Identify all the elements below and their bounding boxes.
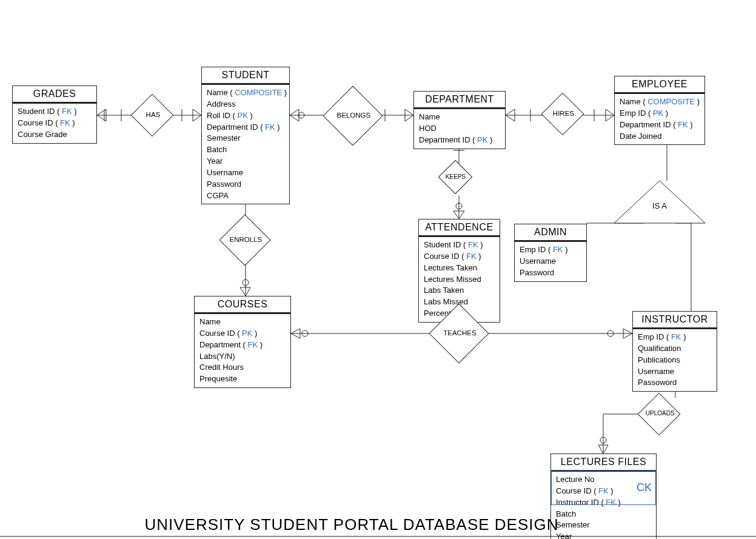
entity-employee: EMPLOYEE Name ( COMPOSITE )Emp ID ( PK )… (614, 76, 705, 145)
attribute-row: Username (520, 256, 581, 267)
attribute-row: Labs(Y/N) (199, 351, 286, 363)
relationship-hires: HIRES (541, 93, 584, 136)
entity-department-body: NameHODDepartment ID ( PK ) (414, 109, 505, 149)
entity-admin-header: ADMIN (515, 224, 586, 242)
attribute-row: Department ID ( FK ) (207, 122, 284, 133)
page-title: UNIVERSITY STUDENT PORTAL DATABASE DESIG… (139, 515, 564, 534)
attribute-row: Student ID ( FK ) (18, 106, 92, 118)
attribute-row: Roll ID ( PK ) (207, 110, 284, 122)
attribute-row: Batch (556, 509, 651, 520)
relationship-belongs-label: BELONGS (333, 112, 374, 119)
relationship-belongs: BELONGS (323, 86, 383, 146)
attribute-row: HOD (419, 123, 500, 135)
attribute-row: Course Grade (18, 129, 92, 141)
svg-point-17 (456, 203, 462, 209)
attribute-row: Department ( FK ) (199, 340, 286, 351)
attribute-row: Emp ID ( PK ) (620, 108, 700, 119)
attribute-row: Qualification (638, 343, 712, 355)
entity-employee-body: Name ( COMPOSITE )Emp ID ( PK )Departmen… (615, 94, 704, 144)
relationship-has: HAS (131, 94, 174, 137)
attribute-row: Prequesite (199, 373, 286, 385)
entity-department: DEPARTMENT NameHODDepartment ID ( PK ) (413, 91, 506, 149)
attribute-row: Address (207, 99, 284, 110)
attribute-row: Passoword (638, 377, 712, 389)
svg-point-23 (302, 330, 308, 336)
relationship-enrolls: ENROLLS (219, 215, 271, 266)
attribute-row: Batch (207, 144, 284, 156)
attribute-row: Lectures Missed (424, 274, 495, 286)
entity-courses-body: NameCourse ID ( PK )Department ( FK )Lab… (195, 314, 290, 387)
entity-grades-body: Student ID ( FK )Course ID ( FK )Course … (13, 104, 96, 143)
entity-grades: GRADES Student ID ( FK )Course ID ( FK )… (12, 85, 97, 144)
attribute-row: Student ID ( FK ) (424, 239, 495, 251)
attribute-row: Labs Taken (424, 285, 495, 296)
entity-student: STUDENT Name ( COMPOSITE )AddressRoll ID… (201, 67, 290, 204)
attribute-row: Lectures Taken (424, 263, 495, 274)
attribute-row: Name (419, 112, 500, 123)
svg-point-34 (600, 437, 606, 443)
attribute-row: Name ( COMPOSITE ) (620, 96, 700, 108)
entity-instructor-header: INSTRUCTOR (633, 312, 717, 329)
attribute-row: Year (207, 156, 284, 167)
entity-admin: ADMIN Emp ID ( FK )UsernamePassword (514, 224, 587, 282)
entity-student-header: STUDENT (202, 67, 289, 85)
attribute-row: Course ID ( PK ) (199, 328, 286, 340)
relationship-teaches-label: TEACHES (439, 329, 480, 336)
attribute-row: Course ID ( FK ) (18, 118, 92, 129)
relationship-hires-label: HIRES (549, 110, 578, 117)
entity-employee-header: EMPLOYEE (615, 76, 704, 94)
entity-admin-body: Emp ID ( FK )UsernamePassword (515, 242, 586, 281)
attribute-row: Emp ID ( FK ) (638, 332, 712, 343)
attribute-row: Department ID ( FK ) (620, 119, 700, 131)
entity-lectures-files-header: LECTURES FILES (551, 454, 656, 472)
relationship-keeps-label: KEEPS (444, 173, 467, 180)
entity-courses-header: COURSES (195, 296, 290, 314)
svg-point-25 (607, 330, 614, 336)
attribute-row: Department ID ( PK ) (419, 135, 500, 146)
attribute-row: Name (199, 316, 286, 328)
attribute-row: Username (638, 366, 712, 378)
relationship-enrolls-label: ENROLLS (228, 236, 263, 243)
attribute-row: Course ID ( FK ) (424, 251, 495, 263)
attribute-row: Emp ID ( FK ) (520, 244, 581, 256)
attribute-row: Password (207, 179, 284, 190)
attribute-row: CGPA (207, 190, 284, 202)
attribute-row: Credit Hours (199, 362, 286, 373)
attribute-row: Username (207, 167, 284, 179)
attribute-row: Year (556, 531, 651, 539)
ck-box: CK (551, 470, 656, 505)
svg-point-21 (243, 280, 249, 286)
attribute-row: Name ( COMPOSITE ) (207, 87, 284, 99)
attribute-row: Date Joined (620, 131, 700, 142)
relationship-keeps: KEEPS (438, 160, 473, 195)
entity-grades-header: GRADES (13, 86, 96, 104)
bottom-border (0, 536, 756, 537)
attribute-row: Semester (556, 520, 651, 531)
entity-student-body: Name ( COMPOSITE )AddressRoll ID ( PK )D… (202, 85, 289, 204)
entity-courses: COURSES NameCourse ID ( PK )Department (… (194, 296, 291, 388)
relationship-isa-label: IS A (614, 201, 705, 210)
relationship-has-label: HAS (138, 111, 167, 118)
ck-label: CK (637, 481, 652, 494)
entity-instructor: INSTRUCTOR Emp ID ( FK )QualificationPub… (632, 311, 717, 392)
svg-point-6 (298, 112, 304, 118)
attribute-row: Semester (207, 133, 284, 144)
relationship-uploads-label: UPLOADS (646, 410, 675, 417)
attribute-row: Publications (638, 355, 712, 366)
entity-department-header: DEPARTMENT (414, 92, 505, 109)
entity-attendence-header: ATTENDENCE (419, 219, 500, 237)
relationship-uploads: UPLOADS (638, 393, 681, 436)
relationship-isa: IS A (614, 181, 705, 223)
attribute-row: Password (520, 267, 581, 279)
entity-instructor-body: Emp ID ( FK )QualificationPublicationsUs… (633, 329, 717, 391)
